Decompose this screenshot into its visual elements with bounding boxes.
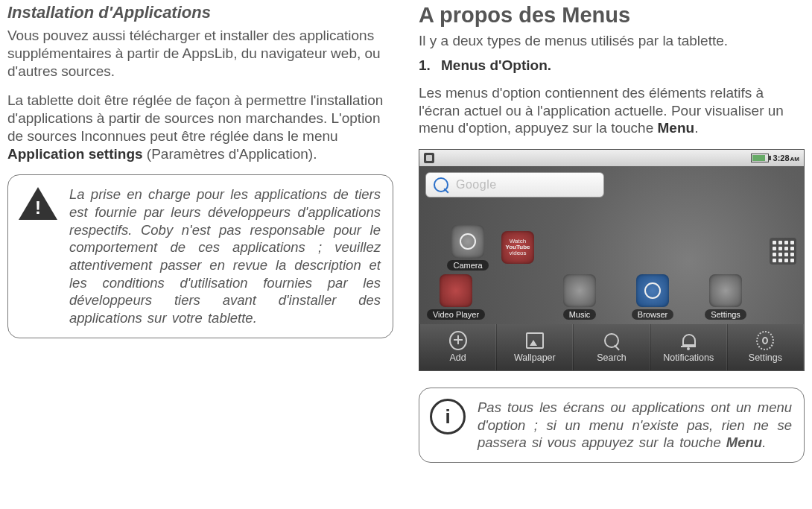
application-settings-term: Application settings [7, 146, 143, 162]
info-post: . [762, 434, 766, 450]
left-heading: Installation d'Applications [7, 3, 393, 22]
notification-indicator-icon [424, 153, 434, 163]
menu-wallpaper[interactable]: Wallpaper [496, 324, 573, 370]
option-menus-list-item: 1.Menus d'Option. [419, 57, 805, 74]
warning-callout: ! La prise en charge pour les applicatio… [7, 174, 393, 338]
search-placeholder: Google [456, 178, 497, 192]
app-video-player[interactable]: Video Player [422, 274, 489, 320]
app-youtube[interactable]: WatchYouTubevideos [495, 231, 540, 320]
bell-icon [681, 334, 696, 347]
music-icon [563, 274, 596, 307]
home-screen[interactable]: Google Camera [419, 166, 804, 324]
list-text: Menus d'Option. [441, 57, 551, 73]
options-menu-bar: Add Wallpaper Search Notifications Setti… [419, 324, 804, 370]
status-time: 3:28AM [773, 154, 799, 162]
plus-icon [449, 331, 467, 350]
option-para-pre: Les menus d'option contiennent des éléme… [419, 85, 784, 136]
video-player-icon [440, 274, 472, 307]
battery-icon [751, 154, 769, 162]
wallpaper-icon [526, 332, 544, 349]
right-intro: Il y a deux types de menus utilisés par … [419, 32, 805, 50]
info-icon: i [430, 399, 466, 434]
option-para-post: . [694, 120, 698, 136]
info-callout: i Pas tous les écrans ou applications on… [419, 388, 805, 463]
gear-icon [756, 331, 774, 350]
left-para-2-post: (Paramètres d'Application). [143, 146, 317, 162]
info-menu-term: Menu [726, 434, 762, 450]
list-number: 1. [419, 57, 441, 74]
menu-notifications[interactable]: Notifications [650, 324, 727, 370]
menu-settings[interactable]: Settings [727, 324, 804, 370]
menu-search[interactable]: Search [573, 324, 650, 370]
app-music[interactable]: Music [546, 274, 613, 320]
camera-icon [451, 225, 484, 258]
app-browser[interactable]: Browser [619, 274, 686, 320]
app-camera[interactable]: Camera [434, 225, 501, 271]
youtube-icon: WatchYouTubevideos [501, 231, 534, 264]
settings-app-icon [709, 274, 742, 307]
tablet-screenshot: 3:28AM Google [419, 149, 805, 371]
warning-icon: ! [19, 186, 57, 221]
right-column: A propos des Menus Il y a deux types de … [419, 3, 805, 463]
menu-add[interactable]: Add [419, 324, 496, 370]
left-para-2-pre: La tablette doit être réglée de façon à … [7, 92, 383, 144]
magnifier-icon [604, 333, 619, 348]
search-icon [434, 177, 448, 192]
option-menu-para: Les menus d'option contiennent des éléme… [419, 84, 805, 137]
left-column: Installation d'Applications Vous pouvez … [7, 3, 393, 463]
app-settings[interactable]: Settings [692, 274, 759, 320]
left-para-1: Vous pouvez aussi télécharger et install… [7, 27, 393, 80]
right-heading: A propos des Menus [419, 3, 805, 28]
status-bar: 3:28AM [419, 150, 804, 166]
app-drawer-button[interactable] [770, 238, 796, 265]
browser-icon [636, 274, 669, 307]
left-para-2: La tablette doit être réglée de façon à … [7, 92, 393, 162]
menu-key-term: Menu [658, 120, 695, 136]
warning-text: La prise en charge pour les applications… [69, 186, 381, 326]
info-text: Pas tous les écrans ou applications ont … [478, 399, 792, 452]
google-search-box[interactable]: Google [425, 172, 604, 197]
